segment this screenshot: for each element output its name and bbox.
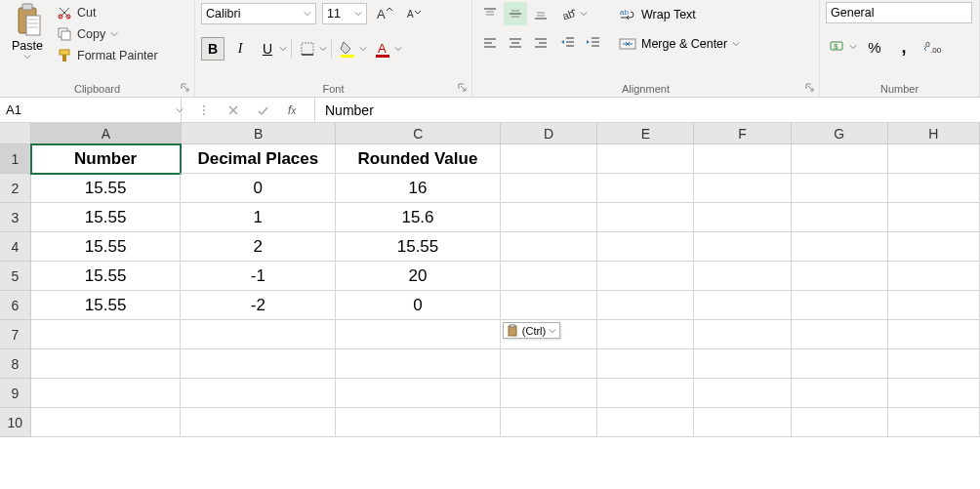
font-color-button[interactable]: A (371, 37, 394, 61)
chevron-down-icon[interactable] (580, 10, 588, 18)
copy-button[interactable]: Copy (53, 23, 162, 45)
cell[interactable] (597, 262, 694, 291)
comma-button[interactable]: , (892, 35, 916, 59)
cell[interactable] (888, 320, 980, 349)
dialog-launcher-icon[interactable] (180, 82, 191, 94)
cell[interactable] (501, 291, 597, 320)
cell[interactable] (694, 408, 791, 437)
cell[interactable] (792, 144, 888, 174)
font-size-combo[interactable]: 11 (322, 3, 367, 24)
cell[interactable] (501, 408, 597, 437)
formula-bar-options-icon[interactable] (189, 103, 219, 117)
cell[interactable] (31, 320, 182, 349)
cell[interactable]: 15.55 (31, 203, 182, 232)
cell[interactable]: 15.55 (31, 174, 182, 203)
enter-icon[interactable] (248, 103, 277, 117)
cell[interactable] (694, 262, 791, 291)
cell[interactable] (501, 379, 597, 408)
cell[interactable] (597, 408, 694, 437)
row-header[interactable]: 5 (0, 262, 31, 291)
cell[interactable] (181, 349, 336, 379)
cell[interactable]: 15.55 (31, 232, 182, 262)
cell[interactable] (888, 174, 980, 203)
row-header[interactable]: 3 (0, 203, 31, 232)
increase-indent-button[interactable] (582, 31, 605, 55)
cell[interactable] (792, 291, 888, 320)
cell[interactable] (336, 349, 501, 379)
row-header[interactable]: 1 (0, 144, 31, 174)
row-header[interactable]: 4 (0, 232, 31, 262)
row-header[interactable]: 2 (0, 174, 31, 203)
cell[interactable] (597, 349, 694, 379)
cell[interactable]: 0 (336, 291, 501, 320)
decrease-indent-button[interactable] (556, 31, 580, 55)
cell[interactable] (597, 174, 694, 203)
cell[interactable] (181, 408, 336, 437)
cell[interactable] (694, 203, 791, 232)
cell[interactable]: -2 (181, 291, 336, 320)
cell[interactable] (181, 379, 336, 408)
accounting-format-button[interactable]: $ (826, 35, 849, 59)
cell[interactable] (888, 349, 980, 379)
cell[interactable] (694, 144, 791, 174)
cell[interactable]: 15.55 (31, 291, 182, 320)
cell[interactable] (597, 203, 694, 232)
cell[interactable] (31, 349, 182, 379)
row-header[interactable]: 9 (0, 379, 31, 408)
column-header[interactable]: G (792, 123, 888, 143)
cell[interactable] (694, 349, 791, 379)
row-header[interactable]: 6 (0, 291, 31, 320)
chevron-down-icon[interactable] (319, 45, 327, 53)
cell[interactable]: -1 (181, 262, 336, 291)
align-center-button[interactable] (504, 31, 527, 55)
dialog-launcher-icon[interactable] (457, 82, 469, 94)
cell[interactable] (792, 408, 888, 437)
cell[interactable] (501, 174, 597, 203)
cell[interactable]: Rounded Value (336, 144, 501, 174)
format-painter-button[interactable]: Format Painter (53, 45, 162, 66)
cell[interactable] (792, 320, 888, 349)
wrap-text-button[interactable]: ab Wrap Text (615, 2, 744, 27)
cell[interactable] (694, 379, 791, 408)
cell[interactable] (336, 379, 501, 408)
name-box[interactable] (0, 98, 182, 122)
fx-icon[interactable]: fx (277, 102, 306, 117)
paste-options-tag[interactable]: (Ctrl) (503, 322, 560, 339)
cell[interactable] (501, 203, 597, 232)
row-header[interactable]: 10 (0, 408, 31, 437)
borders-button[interactable] (296, 37, 319, 61)
cell[interactable] (501, 349, 597, 379)
cell[interactable] (888, 291, 980, 320)
cell[interactable] (31, 379, 182, 408)
decrease-font-button[interactable]: A (402, 2, 426, 25)
cell[interactable] (501, 262, 597, 291)
font-name-combo[interactable]: Calibri (201, 3, 316, 24)
cell[interactable] (792, 349, 888, 379)
dialog-launcher-icon[interactable] (804, 82, 816, 94)
formula-input[interactable] (315, 98, 980, 122)
cell[interactable]: 15.6 (336, 203, 501, 232)
cancel-icon[interactable] (219, 103, 248, 117)
merge-center-button[interactable]: Merge & Center (615, 31, 744, 57)
column-header[interactable]: D (501, 123, 597, 143)
cell[interactable] (888, 232, 980, 262)
chevron-down-icon[interactable] (279, 45, 287, 53)
select-all-corner[interactable] (0, 123, 31, 144)
column-header[interactable]: C (336, 123, 501, 143)
row-header[interactable]: 8 (0, 349, 31, 379)
row-header[interactable]: 7 (0, 320, 31, 349)
cell[interactable] (888, 379, 980, 408)
column-header[interactable]: A (31, 123, 182, 143)
increase-font-button[interactable]: A (373, 2, 396, 25)
cell[interactable] (792, 232, 888, 262)
cell[interactable] (597, 232, 694, 262)
cell[interactable] (792, 262, 888, 291)
paste-button[interactable]: Paste (6, 2, 49, 72)
cell[interactable]: 16 (336, 174, 501, 203)
column-header[interactable]: H (888, 123, 980, 143)
orientation-button[interactable]: ab (556, 2, 580, 25)
cell[interactable]: 20 (336, 262, 501, 291)
cell[interactable]: 0 (181, 174, 336, 203)
cell[interactable] (694, 232, 791, 262)
cell[interactable] (792, 379, 888, 408)
